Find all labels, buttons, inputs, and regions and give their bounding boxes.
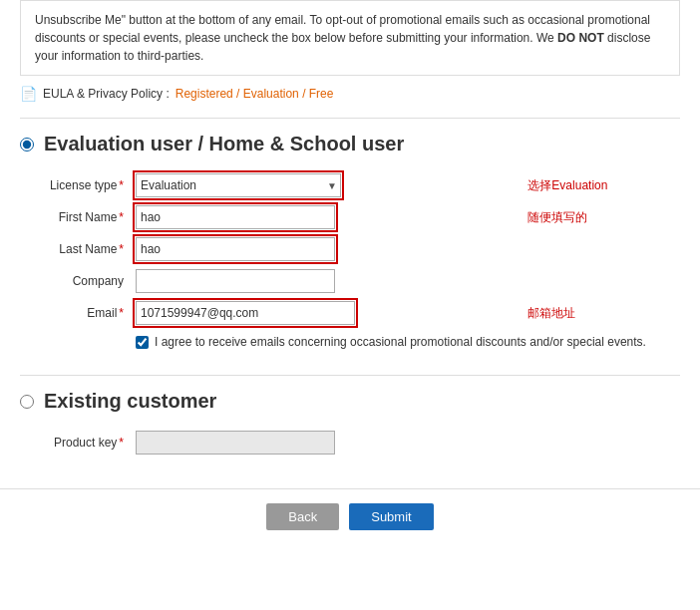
agree-checkbox[interactable] bbox=[136, 336, 149, 349]
name-annotation-cell: 随便填写的 bbox=[512, 201, 680, 233]
eula-row: 📄 EULA & Privacy Policy : Registered / E… bbox=[20, 86, 680, 102]
last-name-annotation-cell bbox=[512, 233, 680, 265]
email-cell bbox=[130, 297, 512, 329]
email-label: Email* bbox=[20, 297, 130, 329]
company-input[interactable] bbox=[136, 269, 335, 293]
product-key-input[interactable] bbox=[136, 431, 335, 455]
email-annotation-cell: 邮箱地址 bbox=[512, 297, 680, 329]
product-key-label: Product key* bbox=[20, 427, 130, 458]
existing-customer-form: Product key* bbox=[20, 427, 680, 458]
license-required: * bbox=[119, 178, 124, 192]
company-label: Company bbox=[20, 265, 130, 297]
eula-links[interactable]: Registered / Evaluation / Free bbox=[175, 87, 334, 101]
license-type-select-wrapper: Evaluation Home & School Free ▼ bbox=[136, 173, 341, 197]
email-required: * bbox=[119, 306, 124, 320]
product-key-cell bbox=[130, 427, 680, 458]
back-button[interactable]: Back bbox=[266, 503, 339, 530]
license-type-select[interactable]: Evaluation Home & School Free bbox=[136, 173, 341, 197]
existing-customer-title: Existing customer bbox=[44, 390, 216, 413]
email-annotation: 邮箱地址 bbox=[527, 306, 575, 320]
email-input[interactable] bbox=[136, 301, 355, 325]
agree-checkbox-row: I agree to receive emails concerning occ… bbox=[136, 335, 680, 349]
last-name-label: Last Name* bbox=[20, 233, 130, 265]
first-name-row: First Name* 随便填写的 bbox=[20, 201, 680, 233]
license-type-cell: Evaluation Home & School Free ▼ bbox=[130, 169, 512, 201]
existing-customer-header: Existing customer bbox=[20, 390, 680, 413]
license-annotation: 选择Evaluation bbox=[527, 178, 607, 192]
license-annotation-cell: 选择Evaluation bbox=[512, 169, 680, 201]
existing-customer-radio[interactable] bbox=[20, 395, 34, 409]
first-name-label: First Name* bbox=[20, 201, 130, 233]
eula-label: EULA & Privacy Policy : bbox=[43, 87, 170, 101]
evaluation-form: License type* Evaluation Home & School F… bbox=[20, 169, 680, 329]
evaluation-header: Evaluation user / Home & School user bbox=[20, 133, 680, 155]
last-name-input[interactable] bbox=[136, 237, 335, 261]
company-cell bbox=[130, 265, 512, 297]
eula-icon: 📄 bbox=[20, 86, 37, 102]
name-annotation: 随便填写的 bbox=[527, 210, 587, 224]
license-type-row: License type* Evaluation Home & School F… bbox=[20, 169, 680, 201]
buttons-row: Back Submit bbox=[0, 488, 700, 530]
agree-label: I agree to receive emails concerning occ… bbox=[155, 335, 646, 349]
notice-text: Unsubscribe Me" button at the bottom of … bbox=[35, 13, 650, 63]
license-type-label: License type* bbox=[20, 169, 130, 201]
company-annotation-cell bbox=[512, 265, 680, 297]
first-name-required: * bbox=[119, 210, 124, 224]
first-name-input[interactable] bbox=[136, 205, 335, 229]
evaluation-title: Evaluation user / Home & School user bbox=[44, 133, 404, 155]
email-row: Email* 邮箱地址 bbox=[20, 297, 680, 329]
existing-customer-section: Existing customer Product key* bbox=[20, 375, 680, 468]
last-name-cell bbox=[130, 233, 512, 265]
evaluation-section: Evaluation user / Home & School user Lic… bbox=[20, 118, 680, 359]
product-key-row: Product key* bbox=[20, 427, 680, 458]
product-key-required: * bbox=[119, 436, 124, 450]
last-name-required: * bbox=[119, 242, 124, 256]
submit-button[interactable]: Submit bbox=[349, 503, 433, 530]
company-row: Company bbox=[20, 265, 680, 297]
evaluation-radio[interactable] bbox=[20, 138, 34, 152]
top-notice: Unsubscribe Me" button at the bottom of … bbox=[20, 0, 680, 76]
first-name-cell bbox=[130, 201, 512, 233]
last-name-row: Last Name* bbox=[20, 233, 680, 265]
